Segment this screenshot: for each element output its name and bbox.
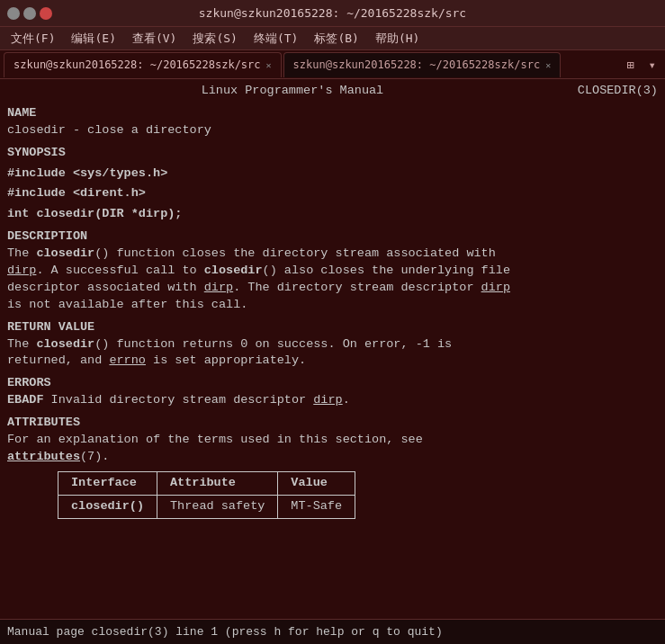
menu-terminal[interactable]: 终端(T) <box>247 29 305 49</box>
err-line1: EBADF Invalid directory stream descripto… <box>7 392 658 409</box>
menu-file[interactable]: 文件(F) <box>4 29 62 49</box>
window-title: szkun@szkun20165228: ~/20165228szk/src <box>61 6 604 20</box>
cell-attribute: Thread safety <box>157 495 278 518</box>
title-bar: szkun@szkun20165228: ~/20165228szk/src <box>0 0 665 27</box>
cell-value: MT-Safe <box>278 495 355 518</box>
attr-line1: For an explanation of the terms used in … <box>7 432 658 449</box>
menu-help[interactable]: 帮助(H) <box>368 29 427 49</box>
menu-search[interactable]: 搜索(S) <box>185 29 244 49</box>
synopsis-line1: #include <sys/types.h> <box>7 165 658 183</box>
attr-line2: attributes(7). <box>7 449 658 466</box>
tab-1-close[interactable]: ✕ <box>266 60 272 70</box>
rv-line2: returned, and errno is set appropriately… <box>7 353 658 370</box>
tab-2-label: szkun@szkun20165228: ~/20165228szk/src <box>293 58 541 71</box>
section-attributes-label: ATTRIBUTES <box>7 415 658 432</box>
desc-line4: is not available after this call. <box>7 297 658 314</box>
tab-list-button[interactable]: ⊞ <box>621 56 639 74</box>
status-bar: Manual page closedir(3) line 1 (press h … <box>0 619 665 644</box>
close-button[interactable] <box>40 7 52 20</box>
table-row: closedir() Thread safety MT-Safe <box>58 495 355 518</box>
desc-line2: dirp. A successful call to closedir() al… <box>7 263 658 280</box>
section-errors-label: ERRORS <box>7 375 658 392</box>
section-name-label: NAME <box>7 105 658 122</box>
menu-bar: 文件(F) 编辑(E) 查看(V) 搜索(S) 终端(T) 标签(B) 帮助(H… <box>0 27 665 50</box>
col-attribute: Attribute <box>157 471 278 495</box>
header-right: CLOSEDIR(3) <box>578 83 658 100</box>
menu-tabs[interactable]: 标签(B) <box>307 29 365 49</box>
desc-line1: The closedir() function closes the direc… <box>7 246 658 263</box>
col-interface: Interface <box>58 471 157 495</box>
tab-1[interactable]: szkun@szkun20165228: ~/20165228szk/src ✕ <box>4 52 282 77</box>
rv-line1: The closedir() function returns 0 on suc… <box>7 336 658 353</box>
table-header-row: Interface Attribute Value <box>58 471 355 495</box>
section-description-label: DESCRIPTION <box>7 228 658 246</box>
status-text: Manual page closedir(3) line 1 (press h … <box>7 625 443 639</box>
menu-view[interactable]: 查看(V) <box>125 29 184 49</box>
col-value: Value <box>278 471 355 495</box>
minimize-button[interactable] <box>7 7 20 20</box>
section-synopsis-label: SYNOPSIS <box>7 145 658 162</box>
synopsis-line2: #include <dirent.h> <box>7 185 658 202</box>
terminal-content: Linux Programmer's Manual CLOSEDIR(3) NA… <box>0 79 665 619</box>
section-return-label: RETURN VALUE <box>7 319 658 336</box>
man-header: Linux Programmer's Manual CLOSEDIR(3) <box>7 83 658 100</box>
header-center: Linux Programmer's Manual <box>202 83 384 100</box>
desc-line3: descriptor associated with dirp. The dir… <box>7 280 658 297</box>
tab-controls: ⊞ ▾ <box>621 56 661 74</box>
cell-interface: closedir() <box>58 495 157 518</box>
tab-2-close[interactable]: ✕ <box>545 60 551 70</box>
synopsis-line3: int closedir(DIR *dirp); <box>7 206 658 223</box>
section-name-text: closedir - close a directory <box>7 122 658 139</box>
tab-1-label: szkun@szkun20165228: ~/20165228szk/src <box>13 58 261 71</box>
menu-edit[interactable]: 编辑(E) <box>64 29 122 49</box>
tab-2[interactable]: szkun@szkun20165228: ~/20165228szk/src ✕ <box>283 52 562 77</box>
tab-bar: szkun@szkun20165228: ~/20165228szk/src ✕… <box>0 50 665 79</box>
attributes-table: Interface Attribute Value closedir() Thr… <box>58 471 355 519</box>
tab-scroll-button[interactable]: ▾ <box>643 56 661 74</box>
maximize-button[interactable] <box>23 7 36 20</box>
